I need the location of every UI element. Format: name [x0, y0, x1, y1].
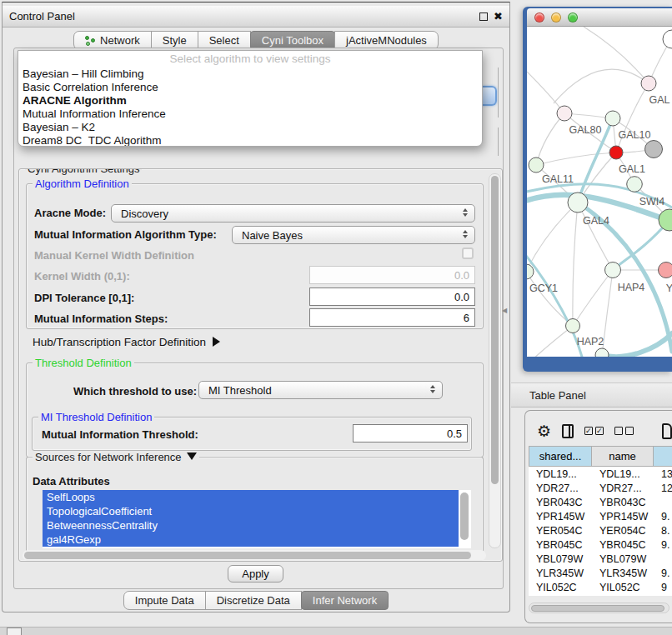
network-node-gal11[interactable] [529, 158, 544, 172]
hub-definition-expander[interactable]: Hub/Transcription Factor Definition [33, 336, 220, 348]
network-node[interactable] [595, 348, 609, 357]
hidden-combo-arrow-fragment[interactable] [482, 86, 497, 106]
column-header[interactable]: shared... [529, 446, 592, 467]
network-icon [85, 36, 96, 46]
footer-tab-impute-data[interactable]: Impute Data [123, 591, 206, 610]
network-canvas[interactable]: GALGAL80GAL10GAL1GAL11SWI4GAL4GCY1HAP4YH… [527, 27, 672, 357]
network-node[interactable] [659, 209, 672, 231]
table-cell: YBR045C [592, 539, 654, 551]
settings-hscroll-track[interactable] [23, 550, 486, 561]
network-view-window: GALGAL80GAL10GAL1GAL11SWI4GAL4GCY1HAP4YH… [523, 7, 672, 372]
deselect-all-checkboxes-icon[interactable] [614, 427, 634, 435]
network-node-hap4[interactable] [605, 262, 621, 278]
algorithm-option[interactable]: Basic Correlation Inference [18, 81, 482, 94]
node-label: Y [666, 282, 672, 294]
mi-threshold-field[interactable]: 0.5 [353, 424, 468, 442]
algorithm-option[interactable]: Bayesian – Hill Climbing [18, 68, 482, 81]
settings-vscroll-thumb[interactable] [491, 176, 499, 484]
network-node-gal80[interactable] [557, 106, 572, 121]
algorithm-option[interactable]: Mutual Information Inference [18, 108, 482, 121]
table-row[interactable]: YBR043CYBR043C [529, 495, 672, 509]
table-row[interactable]: YDR27...YDR27...12 [529, 481, 672, 495]
node-label: HAP4 [618, 282, 645, 293]
document-icon[interactable] [662, 423, 672, 439]
node-table[interactable]: shared...name YDL19...YDL19...13YDR27...… [529, 446, 672, 596]
table-cell: YLR345W [529, 568, 592, 579]
close-traffic-light[interactable] [534, 12, 544, 22]
attribute-item[interactable]: SelfLoops [43, 490, 459, 504]
network-node-gal4[interactable] [568, 192, 588, 212]
network-node[interactable] [663, 30, 672, 48]
aracne-mode-combo[interactable]: Discovery [111, 204, 475, 222]
column-header[interactable] [654, 446, 672, 467]
select-all-checkboxes-icon[interactable]: ✓✓ [584, 427, 604, 435]
footer-tab-discretize-data[interactable]: Discretize Data [205, 591, 302, 610]
network-node-gal1[interactable] [609, 146, 623, 159]
network-window-titlebar[interactable] [527, 8, 672, 27]
table-row[interactable]: YLR345WYLR345W9. [529, 566, 672, 580]
table-row[interactable]: YPR145WYPR145W9. [529, 509, 672, 523]
which-threshold-combo[interactable]: MI Threshold [198, 381, 443, 399]
control-panel-titlebar[interactable]: Control Panel ✖ [3, 6, 509, 28]
sources-legend[interactable]: Sources for Network Inference [33, 451, 199, 463]
network-node-gcy1[interactable] [527, 264, 534, 279]
algorithm-option[interactable]: Bayesian – K2 [18, 121, 482, 134]
data-attributes-list[interactable]: SelfLoopsTopologicalCoefficientBetweenne… [43, 490, 471, 548]
table-row[interactable]: YIL052CYIL052C9 [529, 580, 672, 594]
algorithm-dropdown-items: Bayesian – Hill ClimbingBasic Correlatio… [18, 68, 482, 147]
table-cell: YER054C [592, 525, 654, 537]
footer-tab-infer-network[interactable]: Infer Network [301, 591, 389, 610]
data-attributes-label: Data Attributes [33, 475, 110, 488]
algorithm-option[interactable]: ARACNE Algorithm [18, 94, 482, 108]
zoom-traffic-light[interactable] [568, 12, 578, 22]
attribute-item[interactable]: TopologicalCoefficient [43, 504, 459, 518]
table-cell: 9. [654, 568, 672, 579]
table-row[interactable]: YER054CYER054C8. [529, 523, 672, 538]
table-hscroll-thumb[interactable] [531, 605, 664, 612]
split-divider-handle-icon[interactable]: ◀ [502, 307, 509, 315]
algorithm-option[interactable]: Dream8 DC_TDC Algorithm [18, 134, 482, 147]
table-cell: 12 [654, 482, 672, 494]
expand-right-icon[interactable] [213, 337, 220, 347]
mi-type-combo[interactable]: Naive Bayes [232, 226, 475, 244]
table-row[interactable]: YDL19...YDL19...13 [529, 467, 672, 481]
control-panel-title: Control Panel [9, 10, 75, 22]
combo-spinner-icon [430, 385, 436, 393]
kernel-width-label: Kernel Width (0,1): [34, 270, 130, 282]
table-row[interactable]: YBR045CYBR045C9. [529, 538, 672, 552]
close-icon[interactable]: ✖ [494, 12, 503, 21]
mi-steps-field[interactable]: 6 [309, 308, 475, 327]
table-hscroll-track[interactable] [529, 602, 669, 613]
settings-hscroll-thumb[interactable] [24, 552, 471, 559]
gear-icon[interactable]: ⚙ [537, 423, 551, 439]
attribute-item[interactable]: BetweennessCentrality [43, 518, 459, 532]
network-node-gal10[interactable] [605, 111, 620, 126]
network-node-y[interactable] [659, 262, 672, 278]
table-cell: YER054C [529, 525, 592, 537]
table-row[interactable]: YBL079WYBL079W [529, 552, 672, 566]
threshold-definition-legend: Threshold Definition [33, 357, 134, 369]
float-window-icon[interactable] [479, 12, 488, 21]
split-columns-icon[interactable] [562, 424, 574, 438]
table-panel-header[interactable]: Table Panel [511, 382, 672, 408]
algorithm-definition-legend: Algorithm Definition [33, 178, 132, 190]
collapse-down-icon[interactable] [187, 452, 197, 460]
algorithm-dropdown-placeholder: Select algorithm to view settings [18, 52, 482, 68]
apply-button[interactable]: Apply [228, 565, 283, 582]
dpi-tolerance-field[interactable]: 0.0 [309, 288, 475, 306]
minimize-traffic-light[interactable] [551, 12, 561, 22]
manual-kernel-checkbox[interactable] [462, 248, 474, 259]
network-node-hap2[interactable] [566, 319, 580, 333]
mi-type-label: Mutual Information Algorithm Type: [34, 228, 217, 241]
node-label: GAL80 [569, 124, 602, 136]
network-node-swi4[interactable] [627, 177, 643, 192]
attributes-scrollbar-thumb[interactable] [460, 492, 469, 540]
settings-vscroll-track[interactable] [489, 173, 501, 548]
network-node[interactable] [645, 141, 663, 158]
table-cell: 9. [654, 539, 672, 551]
network-node-gal[interactable] [641, 76, 656, 91]
attribute-item[interactable]: gal4RGexp [43, 532, 459, 547]
kernel-width-field[interactable]: 0.0 [309, 266, 475, 284]
bottom-strip-icon[interactable] [7, 628, 22, 635]
column-header[interactable]: name [592, 446, 654, 467]
